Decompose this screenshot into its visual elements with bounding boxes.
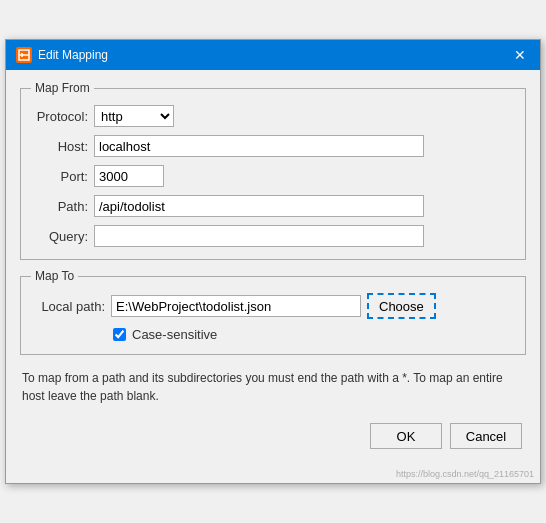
protocol-row: Protocol: http https: [33, 105, 513, 127]
button-row: OK Cancel: [20, 419, 526, 457]
query-row: Query:: [33, 225, 513, 247]
path-input[interactable]: [94, 195, 424, 217]
host-label: Host:: [33, 139, 88, 154]
path-row: Path:: [33, 195, 513, 217]
case-sensitive-row: Case-sensitive: [33, 327, 513, 342]
case-sensitive-label: Case-sensitive: [132, 327, 217, 342]
edit-mapping-dialog: Edit Mapping ✕ Map From Protocol: http h…: [5, 39, 541, 484]
localpath-input[interactable]: [111, 295, 361, 317]
ok-button[interactable]: OK: [370, 423, 442, 449]
port-row: Port:: [33, 165, 513, 187]
host-row: Host:: [33, 135, 513, 157]
port-input[interactable]: [94, 165, 164, 187]
title-bar: Edit Mapping ✕: [6, 40, 540, 70]
cancel-button[interactable]: Cancel: [450, 423, 522, 449]
title-bar-left: Edit Mapping: [16, 47, 108, 63]
protocol-label: Protocol:: [33, 109, 88, 124]
map-to-group: Map To Local path: Choose Case-sensitive: [20, 276, 526, 355]
host-input[interactable]: [94, 135, 424, 157]
dialog-icon: [16, 47, 32, 63]
path-label: Path:: [33, 199, 88, 214]
choose-button[interactable]: Choose: [367, 293, 436, 319]
protocol-select[interactable]: http https: [94, 105, 174, 127]
map-to-legend: Map To: [31, 269, 78, 283]
watermark: https://blog.csdn.net/qq_21165701: [6, 469, 540, 483]
port-label: Port:: [33, 169, 88, 184]
case-sensitive-checkbox[interactable]: [113, 328, 126, 341]
close-button[interactable]: ✕: [510, 45, 530, 65]
dialog-content: Map From Protocol: http https Host: Port…: [6, 70, 540, 469]
query-input[interactable]: [94, 225, 424, 247]
localpath-row: Local path: Choose: [33, 293, 513, 319]
dialog-title: Edit Mapping: [38, 48, 108, 62]
info-text: To map from a path and its subdirectorie…: [20, 365, 526, 409]
query-label: Query:: [33, 229, 88, 244]
localpath-label: Local path:: [33, 299, 105, 314]
map-from-legend: Map From: [31, 81, 94, 95]
map-from-group: Map From Protocol: http https Host: Port…: [20, 88, 526, 260]
